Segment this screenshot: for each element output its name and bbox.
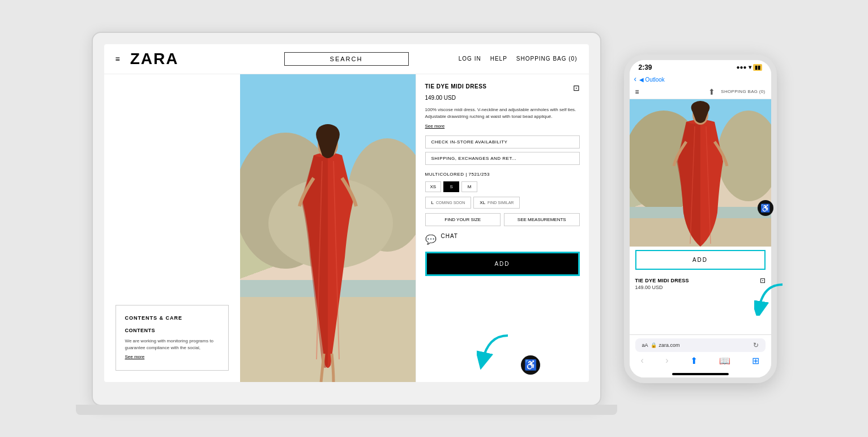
shopping-bag-link[interactable]: SHOPPING BAG (0) xyxy=(516,56,578,62)
contents-subtitle: CONTENTS xyxy=(125,327,219,335)
bookmark-icon[interactable]: ⊡ xyxy=(573,83,580,92)
product-name: TIE DYE MIDI DRESS xyxy=(425,83,487,90)
color-label: MULTICOLORED | 7521/253 xyxy=(425,172,580,177)
check-store-btn[interactable]: CHECK IN-STORE AVAILABILITY xyxy=(425,135,580,149)
chat-button[interactable]: CHAT xyxy=(441,233,458,239)
back-app-label[interactable]: ◀ Outlook xyxy=(639,77,665,83)
phone-frame: 2:39 ●●● ▾ ▮▮ ‹ ◀ Outlook ≡ ⬆ SHOPPING B… xyxy=(624,54,777,383)
phone-bag-label[interactable]: SHOPPING BAG (0) xyxy=(721,89,765,94)
teal-arrow-svg xyxy=(477,330,516,370)
phone-product-title-row: TIE DYE MIDI DRESS ⊡ xyxy=(635,277,766,285)
chat-row: 💬 CHAT xyxy=(425,233,580,246)
size-l-label: L xyxy=(431,200,434,205)
phone-dress-illustration xyxy=(630,99,771,247)
see-measurements-btn[interactable]: SEE MEASUREMENTS xyxy=(504,213,580,226)
shipping-btn[interactable]: SHIPPING, EXCHANGES AND RET... xyxy=(425,152,580,165)
info-buttons: CHECK IN-STORE AVAILABILITY SHIPPING, EX… xyxy=(425,135,580,165)
laptop-frame: ≡ ZARA SEARCH LOG IN HELP SHOPPING BAG (… xyxy=(92,32,601,406)
phone-product-info: TIE DYE MIDI DRESS ⊡ 149.00 USD xyxy=(630,273,771,294)
phone-hamburger-icon[interactable]: ≡ xyxy=(635,88,640,96)
browser-share-icon[interactable]: ⬆ xyxy=(690,355,698,366)
url-text: zara.com xyxy=(659,342,680,348)
phone-accessibility-icon[interactable]: ♿ xyxy=(758,200,773,216)
size-xl-label: XL xyxy=(480,200,485,205)
phone-time: 2:39 xyxy=(639,63,652,71)
phone-share-icon[interactable]: ⬆ xyxy=(708,87,715,96)
contents-care-title: CONTENTS & CARE xyxy=(125,315,219,323)
browser-nav: ‹ › ⬆ 📖 ⊞ xyxy=(635,355,766,366)
phone-header: ≡ ⬆ SHOPPING BAG (0) xyxy=(630,85,771,99)
phone-screen: 2:39 ●●● ▾ ▮▮ ‹ ◀ Outlook ≡ ⬆ SHOPPING B… xyxy=(630,60,771,377)
chat-bubble-icon: 💬 xyxy=(425,234,437,245)
contents-see-more[interactable]: See more xyxy=(125,354,145,360)
laptop-device: ≡ ZARA SEARCH LOG IN HELP SHOPPING BAG (… xyxy=(92,32,601,406)
phone-product-price: 149.00 USD xyxy=(635,285,766,290)
see-more-link[interactable]: See more xyxy=(425,124,445,129)
phone-product-name: TIE DYE MIDI DRESS xyxy=(635,278,689,283)
size-m[interactable]: M xyxy=(461,181,477,192)
search-bar[interactable]: SEARCH xyxy=(284,52,409,66)
header-nav: LOG IN HELP SHOPPING BAG (0) xyxy=(459,56,578,62)
reload-icon[interactable]: ↻ xyxy=(753,341,759,349)
phone-teal-arrow xyxy=(754,282,788,318)
accessibility-icon[interactable]: ♿ xyxy=(521,355,540,375)
teal-arrow-annotation xyxy=(477,330,516,372)
phone-browser-bar: aA 🔒 zara.com ↻ ‹ › ⬆ 📖 ⊞ xyxy=(630,334,771,370)
browser-forward-icon[interactable]: › xyxy=(665,355,668,366)
hamburger-icon[interactable]: ≡ xyxy=(116,54,121,63)
phone-status-bar: 2:39 ●●● ▾ ▮▮ xyxy=(630,60,771,73)
size-xs[interactable]: XS xyxy=(425,181,442,192)
aa-label: aA xyxy=(642,342,648,348)
phone-header-right: ⬆ SHOPPING BAG (0) xyxy=(708,87,765,96)
browser-bookmarks-icon[interactable]: 📖 xyxy=(719,355,730,366)
phone-product-image xyxy=(630,99,771,247)
find-your-size-btn[interactable]: FIND YOUR SIZE xyxy=(425,213,501,226)
lock-icon: 🔒 xyxy=(651,342,657,348)
phone-device: 2:39 ●●● ▾ ▮▮ ‹ ◀ Outlook ≡ ⬆ SHOPPING B… xyxy=(624,54,777,383)
add-to-bag-button[interactable]: ADD xyxy=(425,252,580,276)
contents-care-box: CONTENTS & CARE CONTENTS We are working … xyxy=(116,305,229,371)
size-grid: XS S M xyxy=(425,181,580,192)
phone-arrow-svg xyxy=(754,282,788,316)
product-price: 149.00 USD xyxy=(425,95,580,101)
product-description: 100% viscose midi dress. V-neckline and … xyxy=(425,107,580,120)
size-xl-find-similar[interactable]: XL FIND SIMILAR xyxy=(473,197,520,209)
login-link[interactable]: LOG IN xyxy=(459,56,481,62)
wifi-icon: ▾ xyxy=(749,64,751,70)
dress-illustration xyxy=(240,74,416,382)
search-label: SEARCH xyxy=(330,56,363,62)
browser-tabs-icon[interactable]: ⊞ xyxy=(752,355,759,366)
battery-icon: ▮▮ xyxy=(753,64,762,71)
laptop-base xyxy=(76,405,617,415)
url-bar-left: aA 🔒 zara.com xyxy=(642,342,680,348)
size-l-coming-soon[interactable]: L COMING SOON xyxy=(425,197,472,209)
product-image-area xyxy=(240,74,416,382)
product-title-row: TIE DYE MIDI DRESS ⊡ xyxy=(425,83,580,92)
coming-soon-label: COMING SOON xyxy=(436,201,465,205)
size-row-wide: L COMING SOON XL FIND SIMILAR xyxy=(425,197,580,209)
phone-add-button[interactable]: ADD xyxy=(635,250,766,270)
help-link[interactable]: HELP xyxy=(490,56,507,62)
product-image xyxy=(240,74,416,382)
browser-back-icon[interactable]: ‹ xyxy=(641,355,644,366)
zara-logo: ZARA xyxy=(130,50,179,68)
back-nav-row: ‹ ◀ Outlook xyxy=(630,73,771,85)
status-icons: ●●● ▾ ▮▮ xyxy=(736,64,762,71)
left-panel: CONTENTS & CARE CONTENTS We are working … xyxy=(104,74,240,382)
back-arrow-icon[interactable]: ‹ xyxy=(634,74,637,83)
signal-icon: ●●● xyxy=(736,64,746,70)
color-section: MULTICOLORED | 7521/253 XS S M L COMING … xyxy=(425,172,580,226)
find-similar-label: FIND SIMILAR xyxy=(488,201,514,205)
action-row: FIND YOUR SIZE SEE MEASUREMENTS xyxy=(425,213,580,226)
contents-text: We are working with monitoring programs … xyxy=(125,338,219,351)
url-bar[interactable]: aA 🔒 zara.com ↻ xyxy=(635,338,766,352)
site-header: ≡ ZARA SEARCH LOG IN HELP SHOPPING BAG (… xyxy=(104,44,589,74)
phone-home-indicator xyxy=(672,373,729,375)
size-s-selected[interactable]: S xyxy=(443,181,459,192)
